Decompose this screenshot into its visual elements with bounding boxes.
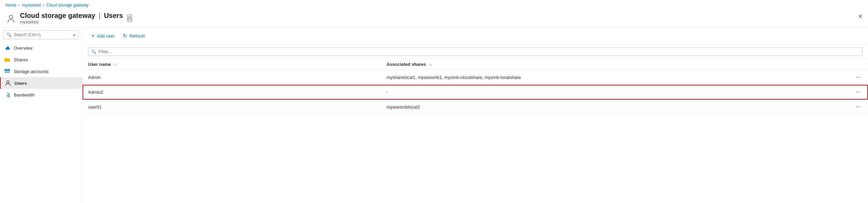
search-icon: 🔍: [7, 32, 12, 37]
bandwidth-icon: [4, 92, 10, 98]
sidebar-item-users[interactable]: Users: [0, 77, 82, 89]
cell-shares: myasesmblocal2: [381, 100, 821, 114]
users-table-container: User name ↑↓ Associated shares ↑↓ Adminm…: [83, 59, 868, 203]
toolbar: + Add user ↻ Refresh: [83, 28, 868, 44]
cell-shares: -: [381, 85, 821, 100]
refresh-button[interactable]: ↻ Refresh: [119, 31, 149, 41]
column-header-actions: [821, 59, 868, 70]
svg-point-6: [7, 95, 8, 96]
cell-actions: ···: [821, 70, 868, 85]
cell-username: Admin2: [83, 85, 381, 100]
content-area: + Add user ↻ Refresh 🔍 User name: [83, 28, 868, 203]
sidebar-item-storage-label: Storage accounts: [14, 69, 48, 74]
search-input[interactable]: [14, 32, 71, 37]
breadcrumb-home[interactable]: Home: [6, 3, 17, 8]
cell-actions: ···: [821, 100, 868, 114]
folder-icon: [4, 57, 10, 63]
add-user-button[interactable]: + Add user: [88, 31, 118, 41]
svg-rect-1: [4, 69, 10, 71]
page-header: Cloud storage gateway | Users myasetest …: [0, 10, 868, 28]
header-page: Users: [104, 12, 123, 20]
svg-rect-2: [4, 71, 10, 73]
cell-username: user01: [83, 100, 381, 114]
cloud-icon: [4, 45, 10, 51]
more-actions-button[interactable]: ···: [854, 103, 862, 111]
storage-icon: [4, 68, 10, 74]
sidebar-item-storage-accounts[interactable]: Storage accounts: [0, 65, 82, 77]
more-actions-button[interactable]: ···: [854, 73, 862, 81]
username-sort-icon: ↑↓: [113, 62, 117, 67]
sidebar-item-users-label: Users: [14, 81, 27, 86]
sidebar-item-shares[interactable]: Shares: [0, 54, 82, 65]
print-button[interactable]: ⎙: [127, 14, 132, 22]
sidebar-item-shares-label: Shares: [14, 57, 28, 62]
collapse-sidebar-button[interactable]: «: [73, 32, 76, 38]
close-button[interactable]: ✕: [858, 13, 862, 20]
cell-actions: ···: [821, 85, 868, 100]
svg-point-3: [7, 81, 9, 83]
svg-point-0: [9, 15, 13, 19]
cell-shares: mysharelocal1, myasesmb1, mysmb-cloudsha…: [381, 70, 821, 85]
breadcrumb: Home › myasetest › Cloud storage gateway: [0, 0, 868, 10]
table-row[interactable]: Admin2-···: [83, 85, 868, 100]
filter-box[interactable]: 🔍: [88, 47, 862, 56]
sidebar-item-bandwidth-label: Bandwidth: [14, 92, 35, 98]
refresh-icon: ↻: [123, 33, 127, 39]
add-user-label: Add user: [97, 33, 115, 39]
table-row[interactable]: user01myasesmblocal2···: [83, 100, 868, 114]
breadcrumb-resource[interactable]: myasetest: [22, 3, 41, 8]
more-actions-button[interactable]: ···: [854, 88, 862, 96]
table-header-row: User name ↑↓ Associated shares ↑↓: [83, 59, 868, 70]
filter-bar: 🔍: [83, 44, 868, 59]
column-header-username[interactable]: User name ↑↓: [83, 59, 381, 70]
refresh-label: Refresh: [129, 33, 145, 39]
sidebar-item-bandwidth[interactable]: Bandwidth: [0, 89, 82, 101]
table-row[interactable]: Adminmysharelocal1, myasesmb1, mysmb-clo…: [83, 70, 868, 85]
users-table: User name ↑↓ Associated shares ↑↓ Adminm…: [83, 59, 868, 114]
sidebar: 🔍 « Overview Shares: [0, 28, 83, 203]
sidebar-item-overview[interactable]: Overview: [0, 42, 82, 54]
shares-sort-icon: ↑↓: [428, 62, 432, 67]
header-title: Cloud storage gateway: [20, 12, 95, 20]
header-subtitle: myasetest: [20, 20, 123, 24]
cell-username: Admin: [83, 70, 381, 85]
breadcrumb-current[interactable]: Cloud storage gateway: [46, 3, 89, 8]
sidebar-item-overview-label: Overview: [14, 45, 32, 51]
plus-icon: +: [91, 33, 95, 39]
resource-icon: [6, 13, 17, 24]
search-box[interactable]: 🔍 «: [3, 30, 79, 39]
user-icon: [5, 80, 11, 86]
filter-input[interactable]: [98, 49, 859, 54]
column-header-shares[interactable]: Associated shares ↑↓: [381, 59, 821, 70]
filter-icon: 🔍: [91, 49, 96, 54]
